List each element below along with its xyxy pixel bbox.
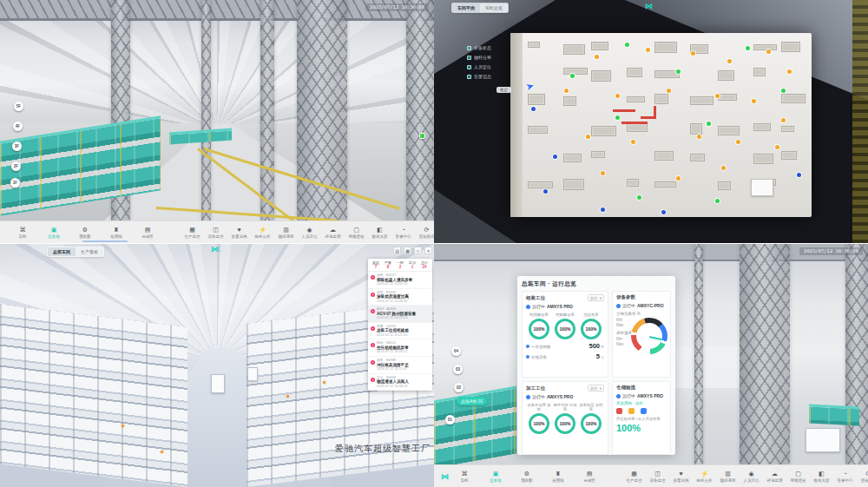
status-dot[interactable] (625, 43, 629, 47)
status-dot[interactable] (721, 166, 726, 170)
toolbar-item[interactable]: ⟳ 巡检模式 (415, 227, 434, 239)
floor-marker[interactable]: 5F (14, 102, 23, 111)
toolbar-item[interactable]: ◉ 人员定位 (740, 471, 763, 483)
layer-toggle[interactable]: 物料分布 (467, 55, 491, 60)
toolbar-item[interactable]: ☁ 环境监测 (763, 471, 786, 483)
tool-button[interactable]: ▤ (393, 247, 401, 254)
toolbar-item[interactable]: ▥ 物流调度 (274, 227, 298, 239)
alarm-stat[interactable]: 一般 2 (394, 260, 406, 269)
status-dot[interactable] (601, 171, 605, 175)
toolbar-item[interactable]: ⌘ 导航 (449, 471, 480, 483)
turnover-link[interactable]: 库存周转 · 实时 (616, 401, 667, 405)
alarm-stat[interactable]: 总计 24 (418, 260, 431, 269)
status-dot[interactable] (697, 135, 701, 139)
toolbar-item[interactable]: ⚙ 预装配 (69, 227, 101, 239)
status-dot[interactable] (781, 118, 786, 122)
layer-toggle[interactable]: 设备状态 (467, 45, 491, 50)
alarm-list-item[interactable]: 设备 · E1009 涂装烘房温度过高 2023-07-12 10:28:40 (368, 289, 432, 306)
status-dot[interactable] (637, 195, 641, 200)
status-dot[interactable] (787, 69, 792, 74)
status-dot[interactable] (752, 99, 756, 103)
toolbar-item[interactable]: ▥ 物流调度 (716, 471, 740, 483)
status-dot[interactable] (676, 69, 681, 74)
alarm-list-item[interactable]: 安全 · S0033 物流通道人员闯入 2023-07-12 10:08:19 (368, 374, 432, 392)
checkbox-icon[interactable] (467, 75, 471, 79)
alarm-list-item[interactable]: 设备 · E1017 焊装机器人通讯异常 2023-07-12 10:32:15 (368, 272, 432, 289)
status-dot[interactable] (797, 173, 801, 177)
status-dot[interactable] (646, 48, 650, 52)
viewport-plant-map[interactable]: 车间平面 实时总览 ⋈ 设备状态 物料分布 人员定位 (434, 0, 868, 243)
station-marker[interactable]: 02 (454, 383, 464, 392)
toolbar-item[interactable]: ⌘ 导航 (7, 227, 38, 239)
toolbar-item[interactable]: ▢ 视频巡检 (345, 227, 368, 239)
toolbar-item[interactable]: ☁ 环境监测 (321, 227, 345, 239)
toolbar-item[interactable]: ◔ 告警中心 (833, 471, 857, 483)
toolbar-item[interactable]: ♥ 质量追溯 (669, 471, 693, 483)
toolbar-item[interactable]: ⟳ 巡检模式 (857, 471, 868, 483)
toolbar-item[interactable]: ◫ 设备监控 (646, 471, 669, 483)
toolbar-item[interactable]: ◧ 数据大屏 (810, 471, 833, 483)
tool-button[interactable]: ▦ (404, 247, 411, 254)
status-dot[interactable] (707, 122, 711, 126)
alarm-list-item[interactable]: 能耗 · N0512 空压机组能耗异常 2023-07-12 10:18:22 (368, 339, 432, 357)
status-dot[interactable] (667, 89, 671, 93)
status-dot[interactable] (570, 74, 575, 78)
toolbar-item[interactable]: ▤ 仓储区 (132, 227, 163, 239)
view-tab[interactable]: 总装车间 (48, 247, 76, 256)
status-dot[interactable] (715, 199, 720, 203)
station-marker[interactable]: 04 (451, 346, 461, 356)
range-select[interactable]: 实时 ▾ (588, 385, 604, 392)
toolbar-item[interactable]: ♜ 检测线 (101, 227, 132, 239)
status-dot[interactable] (766, 49, 771, 54)
alarm-stat[interactable]: 提示 1 (406, 260, 418, 269)
floor-marker[interactable]: 1F (10, 178, 20, 188)
toolbar-item[interactable]: ⚡ 能耗分析 (251, 227, 274, 239)
station-marker[interactable]: 01 (445, 415, 455, 424)
status-dot[interactable] (615, 115, 620, 120)
viewport-workshop-3d[interactable]: 2023/07/12 10:36:08 5F 4F 3F 2F 1F ⌘ 导航 (0, 0, 434, 243)
alarm-list-item[interactable]: 设备 · E0988 冲压模具润滑不足 2023-07-12 10:12:47 (368, 357, 432, 374)
status-dot[interactable] (586, 135, 590, 139)
status-dot[interactable] (781, 89, 786, 93)
toolbar-item[interactable]: ♜ 检测线 (542, 471, 574, 483)
status-dot[interactable] (543, 189, 548, 194)
toolbar-item[interactable]: ▣ 总装线 (480, 471, 511, 483)
station-tag[interactable]: 总装A线 01 (457, 397, 487, 405)
tool-button[interactable]: □ (414, 247, 422, 254)
view-tab[interactable]: 生产看板 (76, 247, 103, 256)
status-dot[interactable] (736, 140, 740, 144)
alarm-stat[interactable]: 紧急 7 (370, 260, 382, 269)
status-dot[interactable] (553, 155, 557, 159)
toolbar-item[interactable]: ♥ 质量追溯 (227, 227, 251, 239)
checkbox-icon[interactable] (467, 65, 471, 69)
floor-marker[interactable]: 3F (12, 141, 22, 151)
conveyor-machines[interactable] (809, 404, 859, 425)
toolbar-item[interactable]: ◧ 数据大屏 (368, 227, 391, 239)
toolbar-item[interactable]: ▣ 总装线 (38, 227, 69, 239)
toolbar-item[interactable]: ◉ 人员定位 (298, 227, 321, 239)
status-dot[interactable] (615, 94, 620, 98)
app-logo-icon[interactable]: ⋈ (441, 472, 449, 481)
view-tab[interactable]: 车间平面 (452, 3, 480, 12)
status-dot[interactable] (601, 207, 605, 212)
alarm-list-item[interactable]: AGV · A0306 AGV-07 路径阻塞告警 2023-07-12 10:… (368, 306, 432, 323)
toolbar-item[interactable]: ⚡ 能耗分析 (693, 471, 716, 483)
status-marker-green[interactable] (419, 133, 425, 139)
checkbox-icon[interactable] (467, 46, 471, 50)
view-tab[interactable]: 实时总览 (480, 3, 508, 12)
toolbar-scroll-indicator[interactable] (82, 240, 128, 242)
status-dot[interactable] (595, 55, 599, 59)
layer-toggle[interactable]: 告警信息 (467, 74, 491, 79)
status-dot[interactable] (564, 89, 569, 93)
toolbar-item[interactable]: ▦ 生产监控 (181, 227, 204, 239)
collapse-button[interactable]: 收起 (496, 87, 511, 93)
toolbar-item[interactable]: ▢ 视频巡检 (786, 471, 810, 483)
range-select[interactable]: 实时 ▾ (588, 294, 604, 301)
user-position-icon[interactable]: ➤ (524, 80, 536, 93)
status-dot[interactable] (746, 46, 750, 50)
checkbox-icon[interactable] (467, 56, 471, 60)
layer-toggle[interactable]: 人员定位 (467, 64, 491, 69)
floorplan-map[interactable]: ➤ (510, 33, 812, 217)
status-dot[interactable] (715, 94, 720, 98)
tool-button[interactable]: ✕ (424, 247, 432, 254)
